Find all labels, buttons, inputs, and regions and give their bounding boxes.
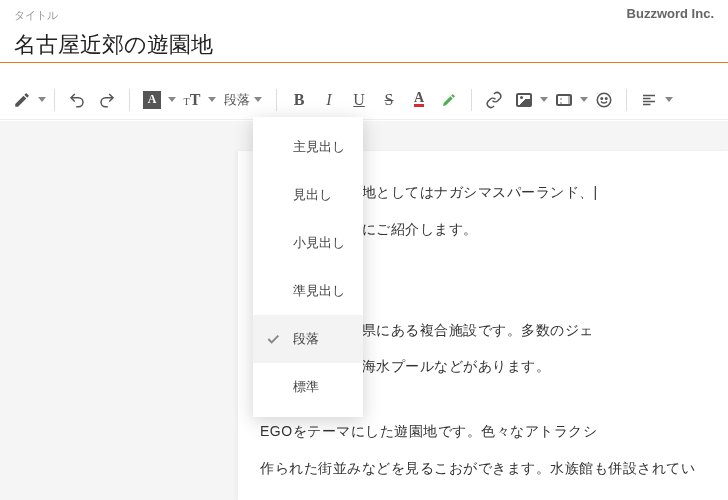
redo-icon[interactable]	[93, 86, 121, 114]
svg-point-2	[606, 97, 608, 99]
separator	[626, 89, 627, 111]
body-text: EGOをテーマにした遊園地です。色々なアトラクシ	[260, 418, 698, 445]
edit-caret	[38, 97, 46, 102]
emoji-icon[interactable]	[590, 86, 618, 114]
text-color-icon[interactable]: A	[405, 86, 433, 114]
edit-icon[interactable]	[8, 86, 36, 114]
align-icon[interactable]	[635, 86, 663, 114]
style-option-heading4[interactable]: 準見出し	[253, 267, 363, 315]
image-icon[interactable]	[510, 86, 538, 114]
title-underline	[0, 62, 728, 63]
image-caret	[540, 97, 548, 102]
align-caret	[665, 97, 673, 102]
bold-icon[interactable]: B	[285, 86, 313, 114]
svg-point-0	[597, 93, 611, 107]
separator	[276, 89, 277, 111]
separator	[471, 89, 472, 111]
font-size-icon[interactable]: TT	[178, 86, 206, 114]
svg-point-1	[601, 97, 603, 99]
separator	[129, 89, 130, 111]
check-icon	[265, 331, 281, 347]
paragraph-style-menu: 主見出し 見出し 小見出し 準見出し 段落 標準	[253, 117, 363, 417]
chevron-down-icon	[254, 97, 262, 102]
post-title-input[interactable]	[14, 32, 714, 58]
paragraph-style-label: 段落	[224, 91, 250, 109]
strikethrough-icon[interactable]: S	[375, 86, 403, 114]
undo-icon[interactable]	[63, 86, 91, 114]
font-size-caret	[208, 97, 216, 102]
title-field-label: タイトル	[14, 8, 58, 23]
body-text: 作られた街並みなどを見るこおができます。水族館も併設されてい	[260, 455, 698, 482]
style-option-normal[interactable]: 標準	[253, 363, 363, 411]
paragraph-style-dropdown[interactable]: 段落	[218, 86, 268, 114]
video-icon[interactable]	[550, 86, 578, 114]
style-option-heading3[interactable]: 小見出し	[253, 219, 363, 267]
underline-icon[interactable]: U	[345, 86, 373, 114]
highlight-caret	[168, 97, 176, 102]
style-option-heading1[interactable]: 主見出し	[253, 123, 363, 171]
italic-icon[interactable]: I	[315, 86, 343, 114]
video-caret	[580, 97, 588, 102]
link-icon[interactable]	[480, 86, 508, 114]
highlight-icon[interactable]: A	[138, 86, 166, 114]
style-option-paragraph[interactable]: 段落	[253, 315, 363, 363]
brand-name: Buzzword Inc.	[627, 6, 714, 21]
marker-icon[interactable]	[435, 86, 463, 114]
style-option-heading2[interactable]: 見出し	[253, 171, 363, 219]
editor-toolbar: A TT 段落 B I U S A	[0, 80, 728, 120]
separator	[54, 89, 55, 111]
